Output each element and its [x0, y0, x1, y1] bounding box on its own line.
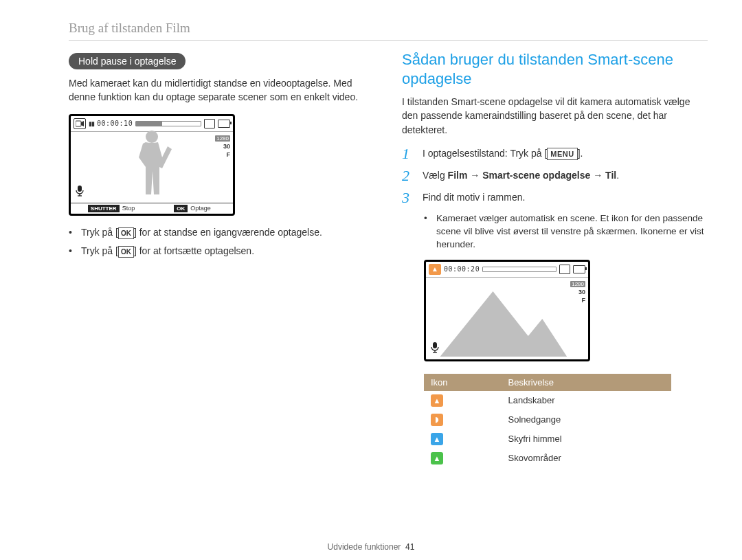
th-desc: Beskrivelse — [502, 374, 671, 391]
step-number: 1 — [402, 146, 414, 161]
svg-rect-0 — [76, 121, 81, 126]
left-column: Hold pause i optagelse Med kameraet kan … — [69, 53, 374, 468]
svg-rect-1 — [78, 186, 82, 192]
step-number: 3 — [402, 190, 414, 205]
section-heading: Sådan bruger du tilstanden Smart-scene o… — [402, 50, 708, 88]
instruction-item: •Tryk på [OK] for at standse en igangvær… — [69, 225, 374, 240]
step-item: 3Find dit motiv i rammen. — [402, 190, 708, 205]
card-icon — [204, 119, 215, 128]
mic-icon — [75, 186, 85, 199]
ok-button-glyph: OK — [118, 246, 134, 258]
recording-time: 00:00:10 — [97, 120, 133, 127]
step-list: 1I optagelsestilstand: Tryk på [MENU].2V… — [402, 146, 708, 205]
page-section-title: Brug af tilstanden Film — [69, 21, 708, 36]
progress-bar — [135, 121, 201, 126]
record-label: Optage — [190, 205, 211, 212]
scene-label: Skovområder — [502, 449, 671, 468]
f-badge: F — [227, 151, 231, 158]
scene-icon: ▲ — [431, 433, 443, 445]
person-silhouette — [128, 128, 176, 200]
page-number: 41 — [405, 542, 414, 552]
menu-button-glyph: MENU — [547, 148, 577, 161]
scene-icon: ▲ — [431, 452, 443, 464]
table-row: ▲Skyfri himmel — [424, 429, 671, 449]
battery-icon — [573, 265, 585, 273]
video-mode-icon — [74, 118, 86, 129]
card-icon — [559, 265, 570, 274]
instruction-item: •Tryk på [OK] for at fortsætte optagelse… — [69, 244, 374, 258]
step-note-list: •Kameraet vælger automatisk en scene. Et… — [424, 212, 708, 251]
table-row: ▲Skovområder — [424, 449, 671, 468]
step-item: 2Vælg Film → Smart-scene opdagelse → Til… — [402, 168, 708, 183]
scene-label: Skyfri himmel — [502, 429, 671, 449]
step-note: Kameraet vælger automatisk en scene. Et … — [436, 212, 708, 251]
icon-table: Ikon Beskrivelse ▲Landskaber◗Solnedgange… — [424, 374, 671, 468]
footer-section: Udvidede funktioner — [328, 542, 401, 552]
ok-label: OK — [174, 205, 188, 212]
scene-label: Landskaber — [502, 391, 671, 410]
instruction-list: •Tryk på [OK] for at standse en igangvær… — [69, 225, 374, 258]
scene-label: Solnedgange — [502, 410, 671, 429]
scene-icon: ▲ — [431, 394, 443, 407]
th-icon: Ikon — [424, 374, 502, 391]
mountain-silhouette — [426, 281, 588, 359]
fps-badge: 30 — [223, 143, 230, 150]
step-item: 1I optagelsestilstand: Tryk på [MENU]. — [402, 146, 708, 161]
landscape-scene-icon: ▲ — [429, 264, 441, 275]
battery-icon — [218, 120, 230, 128]
pause-icon: ▮▮ — [89, 120, 94, 127]
resolution-badge: 1280 — [215, 135, 230, 142]
stop-label: Stop — [122, 205, 135, 212]
intro-paragraph: Med kameraet kan du midlertidigt standse… — [69, 76, 374, 104]
ok-button-glyph: OK — [118, 227, 134, 239]
camera-lcd-illustration-scene: ▲ 00:00:20 1280 30 F — [424, 260, 590, 361]
divider — [69, 40, 708, 41]
progress-bar — [482, 267, 556, 272]
recording-time: 00:00:20 — [444, 265, 480, 273]
subsection-pill: Hold pause i optagelse — [69, 53, 186, 69]
camera-lcd-illustration-pause: ▮▮ 00:00:10 1280 30 F — [69, 114, 235, 216]
svg-point-4 — [146, 131, 158, 143]
table-row: ◗Solnedgange — [424, 410, 671, 429]
lcd-bottom-bar: SHUTTERStop OKOptage — [71, 203, 233, 214]
step-number: 2 — [402, 168, 414, 183]
page-footer: Udvidede funktioner 41 — [0, 542, 742, 552]
right-column: Sådan bruger du tilstanden Smart-scene o… — [402, 53, 708, 468]
scene-icon: ◗ — [431, 414, 443, 426]
shutter-label: SHUTTER — [88, 205, 120, 212]
table-row: ▲Landskaber — [424, 391, 671, 410]
section-intro: I tilstanden Smart-scene opdagelse vil d… — [402, 95, 708, 137]
